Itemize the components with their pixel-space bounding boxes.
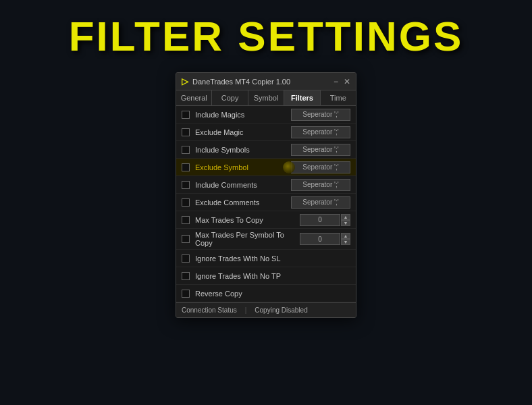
content-area: Include Magics Exclude Magic Include Sym… [176,106,356,302]
label-max-trades: Max Trades To Copy [195,216,300,224]
label-include-magics: Include Magics [195,111,291,119]
label-include-symbols: Include Symbols [195,146,291,154]
label-include-comments: Include Comments [195,181,291,189]
label-ignore-no-tp: Ignore Trades With No TP [195,272,350,280]
filter-row-include-magics: Include Magics [176,106,356,124]
nav-tabs: General Copy Symbol Filters Time [176,90,356,106]
checkbox-max-trades[interactable] [182,216,190,224]
tab-filters[interactable]: Filters [284,90,320,105]
filter-row-ignore-no-tp: Ignore Trades With No TP [176,267,356,285]
app-title: DaneTrades MT4 Copier 1.00 [192,78,290,86]
input-max-trades-symbol[interactable] [300,233,340,245]
spinner-down-max-trades[interactable]: ▼ [341,220,350,226]
minimize-button[interactable]: − [334,78,338,86]
tab-time[interactable]: Time [321,90,356,105]
status-bar: Connection Status | Copying Disabled [176,302,356,317]
filter-row-max-trades-symbol: Max Trades Per Symbol To Copy ▲ ▼ [176,229,356,250]
connection-status-label: Connection Status [182,306,237,314]
spinner-up-max-trades-symbol[interactable]: ▲ [341,233,350,239]
page-container: FILTER SETTINGS ▷ DaneTrades MT4 Copier … [0,0,532,405]
status-divider: | [245,306,247,314]
checkbox-exclude-comments[interactable] [182,198,190,207]
label-max-trades-symbol: Max Trades Per Symbol To Copy [195,231,300,247]
input-exclude-symbol[interactable] [291,161,350,173]
checkbox-ignore-no-tp[interactable] [182,272,190,280]
spinner-up-max-trades[interactable]: ▲ [341,214,350,220]
label-exclude-symbol: Exclude Symbol [195,163,291,171]
checkbox-include-magics[interactable] [182,111,190,119]
filter-row-exclude-magic: Exclude Magic [176,124,356,141]
label-reverse-copy: Reverse Copy [195,290,350,298]
title-bar-controls: − ✕ [334,78,350,86]
tab-copy[interactable]: Copy [212,90,248,105]
filter-row-exclude-comments: Exclude Comments [176,194,356,211]
close-button[interactable]: ✕ [344,78,350,86]
number-input-max-trades-symbol: ▲ ▼ [300,233,350,245]
spinner-max-trades-symbol: ▲ ▼ [341,233,350,245]
input-include-comments[interactable] [291,179,350,191]
filter-row-reverse-copy: Reverse Copy [176,285,356,302]
input-include-symbols[interactable] [291,144,350,156]
tab-general[interactable]: General [176,90,212,105]
label-exclude-magic: Exclude Magic [195,128,291,136]
checkbox-ignore-no-sl[interactable] [182,254,190,263]
app-logo: ▷ [182,76,188,86]
label-ignore-no-sl: Ignore Trades With No SL [195,254,350,263]
filter-row-include-comments: Include Comments [176,176,356,194]
checkbox-max-trades-symbol[interactable] [182,235,190,243]
filter-row-max-trades: Max Trades To Copy ▲ ▼ [176,211,356,229]
input-exclude-comments[interactable] [291,196,350,209]
app-window: ▷ DaneTrades MT4 Copier 1.00 − ✕ General… [176,72,356,318]
title-bar: ▷ DaneTrades MT4 Copier 1.00 − ✕ [176,73,356,90]
tab-symbol[interactable]: Symbol [248,90,284,105]
title-bar-left: ▷ DaneTrades MT4 Copier 1.00 [182,76,290,86]
checkbox-include-symbols[interactable] [182,146,190,154]
filter-row-include-symbols: Include Symbols [176,141,356,159]
checkbox-reverse-copy[interactable] [182,290,190,298]
checkbox-exclude-symbol[interactable] [182,163,190,171]
input-include-magics[interactable] [291,109,350,121]
page-title: FILTER SETTINGS [69,12,464,60]
input-exclude-magic[interactable] [291,126,350,138]
label-exclude-comments: Exclude Comments [195,198,291,207]
spinner-down-max-trades-symbol[interactable]: ▼ [341,239,350,245]
copying-status-label: Copying Disabled [255,306,307,314]
spinner-max-trades: ▲ ▼ [341,214,350,226]
input-max-trades[interactable] [300,214,340,226]
checkbox-include-comments[interactable] [182,181,190,189]
filter-row-ignore-no-sl: Ignore Trades With No SL [176,250,356,267]
filter-row-exclude-symbol: Exclude Symbol [176,159,356,176]
checkbox-exclude-magic[interactable] [182,128,190,136]
number-input-max-trades: ▲ ▼ [300,214,350,226]
